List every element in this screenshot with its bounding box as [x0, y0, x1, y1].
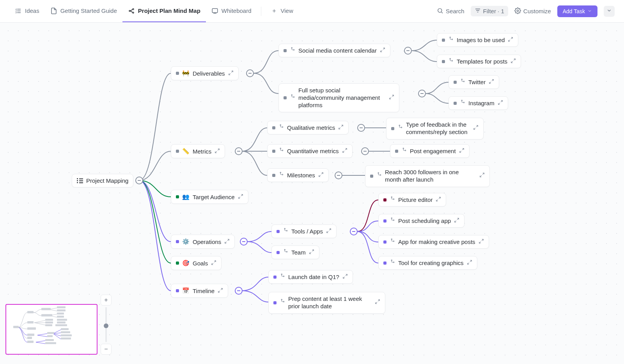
node-timeline[interactable]: 📅 Timeline	[171, 284, 228, 298]
svg-rect-48	[27, 321, 34, 323]
filter-button[interactable]: Filter · 1	[471, 6, 508, 16]
expand-icon[interactable]	[498, 100, 503, 106]
status-square	[442, 60, 445, 63]
subtask-icon	[290, 47, 295, 54]
node-twitter[interactable]: Twitter	[448, 75, 499, 89]
expand-icon[interactable]	[375, 299, 380, 306]
expand-icon[interactable]	[467, 260, 472, 266]
node-label: Templates for posts	[457, 58, 507, 65]
expand-icon[interactable]	[479, 172, 485, 180]
node-qual-child[interactable]: Type of feedback in the comments/reply s…	[386, 118, 484, 140]
node-operations[interactable]: ⚙️ Operations	[171, 235, 235, 249]
toggle-milestones[interactable]	[335, 171, 342, 179]
node-milestones-child[interactable]: Reach 3000 followers in one month after …	[365, 165, 490, 187]
node-target-audience[interactable]: 👥 Target Audience	[171, 190, 248, 204]
expand-icon[interactable]	[318, 172, 324, 178]
node-label: Social media content calendar	[298, 47, 377, 54]
node-goals[interactable]: 🎯 Goals	[171, 256, 222, 270]
tab-getting-started[interactable]: Getting Started Guide	[45, 0, 122, 22]
toggle-operations[interactable]	[240, 238, 248, 246]
node-tools[interactable]: Tools / Apps	[271, 224, 337, 238]
expand-icon[interactable]	[218, 288, 223, 294]
list-icon	[15, 7, 22, 14]
status-square	[176, 72, 179, 75]
node-graphics[interactable]: Tool for creating graphics	[378, 256, 477, 270]
node-label: Prep content at least 1 week prior launc…	[288, 295, 372, 310]
svg-rect-54	[41, 314, 52, 316]
node-root[interactable]: Project Mapping	[72, 174, 133, 187]
more-button[interactable]	[604, 6, 615, 17]
filter-label: Filter · 1	[483, 8, 504, 14]
svg-rect-69	[61, 334, 72, 336]
expand-icon[interactable]	[508, 37, 513, 43]
zoom-slider[interactable]	[105, 307, 107, 342]
expand-icon[interactable]	[342, 148, 347, 154]
expand-icon[interactable]	[511, 58, 516, 65]
status-square	[370, 175, 373, 178]
expand-icon[interactable]	[338, 124, 344, 131]
tab-mind-map[interactable]: Project Plan Mind Map	[122, 0, 206, 22]
node-templates[interactable]: Templates for posts	[437, 55, 521, 68]
node-metrics[interactable]: 📏 Metrics	[171, 144, 225, 158]
toggle-fullsetup[interactable]	[418, 90, 426, 97]
node-prep[interactable]: Prep content at least 1 week prior launc…	[268, 292, 385, 314]
expand-icon[interactable]	[238, 194, 243, 200]
expand-icon[interactable]	[214, 148, 220, 155]
svg-rect-65	[47, 332, 54, 334]
expand-icon[interactable]	[224, 239, 230, 245]
tab-ideas[interactable]: Ideas	[9, 0, 45, 22]
expand-icon[interactable]	[389, 94, 394, 102]
node-team[interactable]: Team	[271, 246, 319, 259]
node-calendar[interactable]: Social media content calendar	[278, 44, 390, 57]
add-task-button[interactable]: Add Task	[557, 5, 597, 17]
svg-rect-68	[61, 331, 70, 333]
expand-icon[interactable]	[489, 79, 494, 85]
node-quant[interactable]: Quantitative metrics	[267, 144, 353, 158]
toggle-deliverables[interactable]	[246, 69, 254, 77]
minimap[interactable]	[5, 304, 98, 355]
subtask-icon	[448, 37, 454, 43]
toggle-metrics[interactable]	[235, 147, 243, 155]
toggle-calendar[interactable]	[404, 47, 412, 55]
node-label: Reach 3000 followers in one month after …	[385, 169, 476, 184]
node-scheduler[interactable]: Post scheduling app	[378, 214, 464, 228]
node-pic-editor[interactable]: Picture editor	[378, 193, 446, 207]
node-qual[interactable]: Qualitative metrics	[267, 121, 349, 134]
node-images[interactable]: Images to be used	[437, 33, 518, 47]
expand-icon[interactable]	[436, 196, 441, 203]
node-label: Type of feedback in the comments/reply s…	[406, 121, 470, 136]
expand-icon[interactable]	[309, 249, 314, 256]
toggle-quant[interactable]	[361, 147, 369, 155]
add-view-button[interactable]: View	[265, 0, 299, 22]
expand-icon[interactable]	[380, 47, 385, 54]
toggle-root[interactable]	[135, 177, 143, 184]
expand-icon[interactable]	[228, 70, 234, 77]
search-button[interactable]: Search	[437, 7, 464, 15]
subtask-icon	[376, 172, 382, 180]
node-instagram[interactable]: Instagram	[448, 96, 508, 110]
node-creative[interactable]: App for making creative posts	[378, 235, 489, 249]
expand-icon[interactable]	[479, 239, 484, 245]
subtask-icon	[278, 172, 284, 178]
toggle-timeline[interactable]	[235, 287, 243, 295]
search-icon	[437, 7, 443, 15]
expand-icon[interactable]	[473, 125, 479, 132]
node-deliverables[interactable]: 🚧 Deliverables	[171, 66, 239, 80]
node-launch[interactable]: Launch date in Q1?	[268, 270, 353, 284]
tab-label: Ideas	[25, 7, 39, 14]
node-milestones[interactable]: Milestones	[267, 168, 329, 182]
toggle-tools[interactable]	[350, 228, 358, 235]
node-label: Twitter	[468, 79, 486, 85]
expand-icon[interactable]	[326, 228, 332, 235]
expand-icon[interactable]	[459, 148, 464, 154]
expand-icon[interactable]	[342, 274, 348, 280]
expand-icon[interactable]	[211, 260, 216, 267]
node-fullsetup[interactable]: Full setup social media/community manage…	[278, 83, 399, 112]
expand-icon[interactable]	[454, 217, 459, 224]
node-quant-child[interactable]: Post engagement	[390, 144, 470, 158]
zoom-out-button[interactable]: −	[101, 344, 112, 355]
toggle-qual[interactable]	[357, 124, 365, 132]
customize-button[interactable]: Customize	[514, 7, 551, 15]
tab-whiteboard[interactable]: Whiteboard	[206, 0, 257, 22]
zoom-in-button[interactable]: +	[101, 295, 112, 306]
